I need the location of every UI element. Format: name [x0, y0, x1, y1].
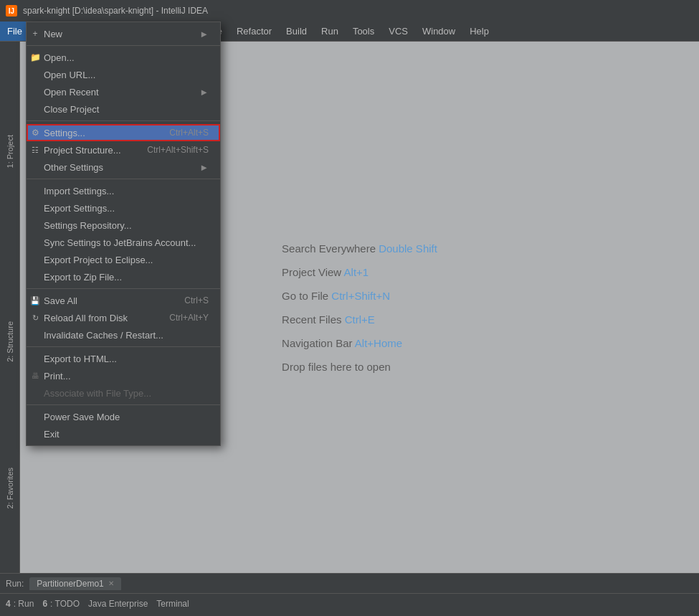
tab-run[interactable]: 4 : Run [6, 599, 34, 609]
bottom-tabs: 4 : Run 6 : TODO Java Enterprise Termina… [0, 594, 699, 614]
separator-6 [27, 404, 220, 405]
menu-item-close-project[interactable]: Close Project [27, 100, 220, 118]
menu-item-export-settings[interactable]: Export Settings... [27, 199, 220, 217]
run-tab-close[interactable]: ✕ [108, 579, 114, 587]
menu-item-export-eclipse[interactable]: Export Project to Eclipse... [27, 251, 220, 268]
run-tab-label: PartitionerDemo1 [37, 579, 103, 589]
save-shortcut: Ctrl+S [184, 295, 209, 305]
menu-item-print[interactable]: 🖶 Print... [27, 367, 220, 384]
tab-java-enterprise[interactable]: Java Enterprise [88, 599, 148, 609]
sidebar-tab-project[interactable]: 1: Project [3, 128, 17, 175]
tab-terminal[interactable]: Terminal [156, 599, 189, 609]
menu-item-export-zip[interactable]: Export to Zip File... [27, 268, 220, 285]
menu-vcs[interactable]: VCS [381, 22, 415, 41]
menu-help[interactable]: Help [462, 22, 496, 41]
print-icon: 🖶 [29, 370, 41, 382]
menu-item-open-url[interactable]: Open URL... [27, 66, 220, 83]
separator-5 [27, 346, 220, 347]
separator-4 [27, 288, 220, 289]
hint-search: Search Everywhere Double Shift [282, 237, 437, 260]
open-icon: 📁 [29, 52, 41, 63]
menu-item-import-settings[interactable]: Import Settings... [27, 182, 220, 199]
menu-item-settings-repository[interactable]: Settings Repository... [27, 217, 220, 234]
hint-recent-files: Recent Files Ctrl+E [282, 308, 437, 331]
submenu-arrow-recent: ► [199, 87, 209, 98]
menu-refactor[interactable]: Refactor [229, 22, 279, 41]
menu-item-open-recent[interactable]: Open Recent ► [27, 83, 220, 100]
menu-run[interactable]: Run [314, 22, 346, 41]
menu-item-reload-disk[interactable]: ↻ Reload All from Disk Ctrl+Alt+Y [27, 309, 220, 326]
menu-item-project-structure[interactable]: ☷ Project Structure... Ctrl+Alt+Shift+S [27, 141, 220, 158]
window-title: spark-knight [D:\idea\spark-knight] - In… [23, 6, 208, 16]
reload-shortcut: Ctrl+Alt+Y [169, 313, 209, 323]
menu-item-sync-settings[interactable]: Sync Settings to JetBrains Account... [27, 234, 220, 251]
title-bar: IJ spark-knight [D:\idea\spark-knight] -… [0, 0, 699, 22]
menu-item-save-all[interactable]: 💾 Save All Ctrl+S [27, 292, 220, 309]
settings-icon: ⚙ [29, 127, 41, 138]
menu-item-power-save[interactable]: Power Save Mode [27, 408, 220, 425]
menu-item-other-settings[interactable]: Other Settings ► [27, 158, 220, 176]
menu-item-exit[interactable]: Exit [27, 425, 220, 442]
menu-item-export-html[interactable]: Export to HTML... [27, 350, 220, 367]
hint-project-view: Project View Alt+1 [282, 260, 437, 284]
menu-tools[interactable]: Tools [346, 22, 381, 41]
menu-item-open[interactable]: 📁 Open... [27, 49, 220, 66]
menu-window[interactable]: Window [415, 22, 462, 41]
app-icon: IJ [6, 5, 17, 16]
reload-icon: ↻ [29, 312, 41, 323]
hint-goto-file: Go to File Ctrl+Shift+N [282, 284, 437, 308]
separator-2 [27, 120, 220, 121]
save-icon: 💾 [29, 295, 41, 306]
sidebar-tab-favorites[interactable]: 2: Favorites [3, 460, 17, 516]
project-structure-icon: ☷ [29, 144, 41, 156]
menu-item-invalidate-caches[interactable]: Invalidate Caches / Restart... [27, 326, 220, 343]
left-sidebar: 1: Project 2: Structure 2: Favorites [0, 42, 20, 573]
menu-item-settings[interactable]: ⚙ Settings... Ctrl+Alt+S [27, 124, 220, 141]
run-tab-partitioner[interactable]: PartitionerDemo1 ✕ [29, 577, 120, 590]
separator-3 [27, 179, 220, 179]
hint-area: Search Everywhere Double Shift Project V… [282, 237, 437, 379]
submenu-arrow-other: ► [199, 162, 209, 173]
menu-item-new[interactable]: + New ► [27, 25, 220, 42]
menu-item-associate-file-type: Associate with File Type... [27, 384, 220, 402]
menu-file[interactable]: File [0, 22, 29, 41]
file-dropdown-menu: + New ► 📁 Open... Open URL... Open Recen… [26, 22, 221, 446]
menu-build[interactable]: Build [279, 22, 314, 41]
hint-drop-files: Drop files here to open [282, 355, 437, 379]
run-tab-bar: Run: PartitionerDemo1 ✕ [0, 574, 699, 594]
bottom-bar: Run: PartitionerDemo1 ✕ 4 : Run 6 : TODO… [0, 573, 699, 616]
sidebar-tab-structure[interactable]: 2: Structure [3, 314, 17, 369]
settings-shortcut: Ctrl+Alt+S [169, 128, 209, 138]
run-label: Run: [6, 579, 24, 589]
hint-nav-bar: Navigation Bar Alt+Home [282, 331, 437, 355]
tab-todo[interactable]: 6 : TODO [42, 599, 80, 609]
submenu-arrow: ► [199, 29, 209, 39]
separator-1 [27, 45, 220, 46]
project-structure-shortcut: Ctrl+Alt+Shift+S [147, 145, 209, 155]
new-icon: + [29, 28, 41, 39]
